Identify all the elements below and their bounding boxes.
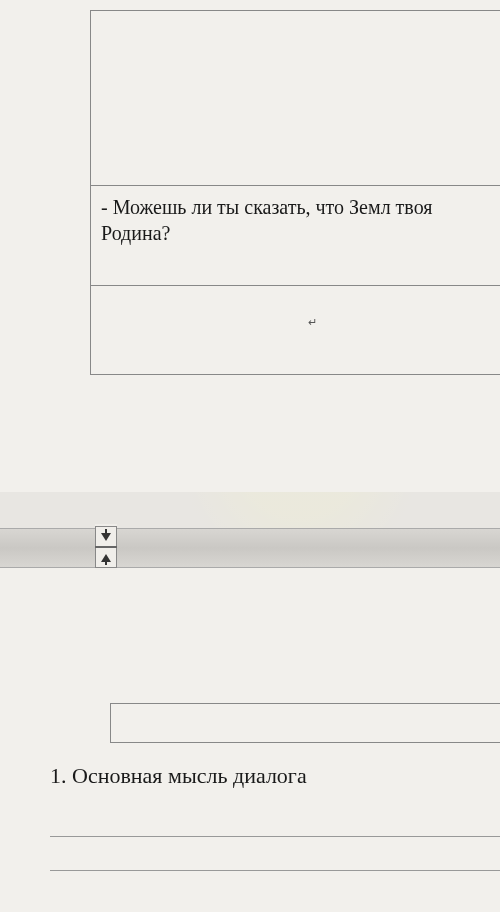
table: - Можешь ли ты сказать, что Земл твоя Ро… bbox=[90, 10, 500, 375]
empty-box[interactable] bbox=[110, 703, 500, 743]
table-row[interactable]: ↵ bbox=[90, 285, 500, 375]
collapse-pages-icon[interactable] bbox=[95, 524, 117, 570]
answer-line[interactable] bbox=[50, 841, 500, 871]
table-row[interactable]: - Можешь ли ты сказать, что Земл твоя Ро… bbox=[90, 185, 500, 285]
page-bottom: 1. Основная мысль диалога bbox=[0, 568, 500, 912]
answer-line[interactable] bbox=[50, 807, 500, 837]
page-top: - Можешь ли ты сказать, что Земл твоя Ро… bbox=[0, 0, 500, 492]
heading-text: 1. Основная мысль диалога bbox=[50, 763, 307, 788]
table-row[interactable] bbox=[90, 10, 500, 185]
page-break-gap bbox=[0, 528, 500, 568]
arrow-down-icon bbox=[95, 526, 117, 546]
question-text: - Можешь ли ты сказать, что Земл твоя Ро… bbox=[101, 196, 432, 244]
section-heading: 1. Основная мысль диалога bbox=[50, 763, 500, 789]
arrow-up-icon bbox=[95, 548, 117, 568]
paragraph-mark-icon: ↵ bbox=[308, 316, 317, 329]
